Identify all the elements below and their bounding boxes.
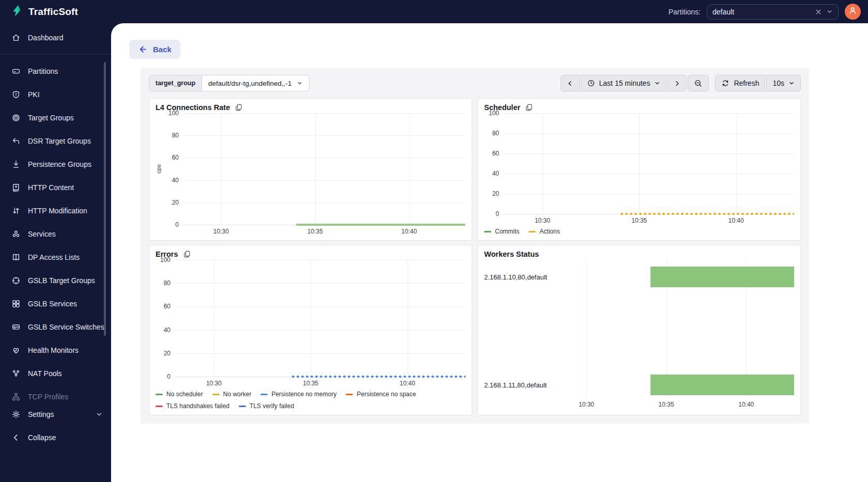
topbar: Partitions: default bbox=[111, 0, 868, 23]
plot: 10:3010:3510:40 bbox=[586, 260, 794, 398]
partitions-label: Partitions: bbox=[669, 8, 701, 16]
reply-arrow-icon bbox=[11, 136, 21, 146]
sidebar-collapse-label: Collapse bbox=[28, 433, 56, 442]
chart-title: L4 Connections Rate bbox=[156, 103, 230, 112]
y-tick-label: 80 bbox=[492, 130, 499, 137]
app-title: TrafficSoft bbox=[28, 6, 78, 18]
sidebar-item-label: GSLB Target Groups bbox=[28, 276, 95, 285]
copy-icon[interactable] bbox=[525, 103, 533, 112]
sidebar-collapse-button[interactable]: Collapse bbox=[0, 426, 111, 449]
legend-item-tls-handshakes-failed[interactable]: TLS handshakes failed bbox=[156, 401, 229, 412]
target-group-select[interactable]: default/dsr-tg,undefined,,-1 bbox=[202, 75, 309, 91]
y-tick-label: 80 bbox=[172, 132, 179, 139]
brand-logo[interactable]: TrafficSoft bbox=[0, 0, 111, 23]
legend-swatch bbox=[239, 406, 246, 408]
app-root: TrafficSoft Dashboard Partitions PKI bbox=[0, 0, 868, 482]
zoom-out-button[interactable] bbox=[688, 75, 709, 91]
plot-area: 2.168.1.10,80,default2.168.1.11,80,defau… bbox=[483, 260, 794, 398]
h-gridline bbox=[183, 158, 466, 158]
chevron-down-icon bbox=[788, 80, 795, 86]
legend-item-commits[interactable]: Commits bbox=[484, 226, 519, 237]
sidebar-item-settings[interactable]: Settings bbox=[0, 402, 111, 426]
partitions-select[interactable]: default bbox=[707, 4, 839, 20]
sidebar-item-services[interactable]: Services bbox=[0, 222, 111, 245]
legend-item-persistence-no-memory[interactable]: Persistence no memory bbox=[260, 389, 336, 400]
sidebar-item-label: TCP Profiles bbox=[28, 393, 68, 401]
y-tick-label: 80 bbox=[164, 279, 171, 287]
copy-icon[interactable] bbox=[235, 103, 243, 112]
sidebar-item-http-modification[interactable]: HTTP Modification bbox=[0, 199, 111, 222]
target-icon bbox=[11, 113, 21, 122]
y-tick-label: 20 bbox=[172, 199, 179, 206]
sidebar-item-label: Persistence Groups bbox=[28, 160, 91, 168]
copy-icon[interactable] bbox=[183, 250, 191, 258]
x-tick-label: 10:35 bbox=[303, 380, 318, 387]
legend-label: TLS handshakes failed bbox=[166, 401, 229, 412]
sidebar-item-gslb-services[interactable]: GSLB Services bbox=[0, 292, 111, 315]
chevron-down-icon[interactable] bbox=[826, 8, 833, 15]
h-gridline bbox=[183, 113, 466, 114]
time-shift-back-button[interactable] bbox=[561, 75, 580, 91]
refresh-interval-select[interactable]: 10s bbox=[766, 75, 801, 91]
legend-item-actions[interactable]: Actions bbox=[529, 226, 560, 237]
legend-swatch bbox=[346, 394, 353, 396]
h-gridline bbox=[183, 203, 466, 203]
y-tick-label: 60 bbox=[172, 154, 179, 161]
category-labels: 2.168.1.10,80,default2.168.1.11,80,defau… bbox=[483, 260, 586, 398]
sidebar-item-dp-access-lists[interactable]: DP Access Lists bbox=[0, 245, 111, 269]
refresh-label: Refresh bbox=[734, 79, 759, 87]
sidebar-item-persistence-groups[interactable]: Persistence Groups bbox=[0, 152, 111, 176]
time-range-group: Last 15 minutes bbox=[561, 75, 687, 91]
sidebar: TrafficSoft Dashboard Partitions PKI bbox=[0, 0, 111, 482]
h-gridline bbox=[504, 174, 794, 174]
refresh-group: Refresh 10s bbox=[715, 75, 801, 91]
back-button[interactable]: Back bbox=[129, 40, 180, 59]
legend-item-tls-verify-failed[interactable]: TLS verify failed bbox=[239, 401, 294, 412]
chevron-left-icon bbox=[567, 80, 574, 87]
time-shift-forward-button[interactable] bbox=[668, 75, 687, 91]
y-tick-label: 0 bbox=[167, 373, 171, 380]
sidebar-item-pki[interactable]: PKI bbox=[0, 83, 111, 106]
sidebar-item-dsr-target-groups[interactable]: DSR Target Groups bbox=[0, 129, 111, 152]
sidebar-item-tcp-profiles[interactable]: TCP Profiles bbox=[0, 385, 111, 402]
legend-item-no-worker[interactable]: No worker bbox=[212, 389, 252, 400]
open-book-icon bbox=[11, 253, 21, 262]
sidebar-item-label: Partitions bbox=[28, 67, 58, 75]
refresh-button[interactable]: Refresh bbox=[715, 75, 765, 91]
sidebar-item-label: HTTP Content bbox=[28, 183, 74, 192]
sidebar-item-gslb-target-groups[interactable]: GSLB Target Groups bbox=[0, 269, 111, 292]
legend-item-no-scheduler[interactable]: No scheduler bbox=[156, 389, 203, 400]
h-gridline bbox=[175, 260, 466, 260]
user-avatar[interactable] bbox=[845, 4, 861, 20]
time-range-picker[interactable]: Last 15 minutes bbox=[581, 75, 667, 91]
sidebar-item-nat-pools[interactable]: NAT Pools bbox=[0, 362, 111, 385]
sidebar-item-gslb-service-switches[interactable]: GSLB Service Switches bbox=[0, 315, 111, 338]
series-persistence-no-memory bbox=[291, 375, 466, 378]
h-gridline bbox=[175, 330, 466, 331]
panel-header: L4 Connections Rate bbox=[156, 103, 466, 112]
sidebar-item-dashboard[interactable]: Dashboard bbox=[0, 26, 111, 49]
sidebar-item-label: PKI bbox=[28, 90, 40, 99]
clear-icon[interactable] bbox=[815, 8, 822, 15]
legend-label: No worker bbox=[223, 389, 252, 400]
h-gridline bbox=[504, 113, 794, 114]
sidebar-item-health-monitors[interactable]: Health Monitors bbox=[0, 338, 111, 362]
legend-item-persistence-no-space[interactable]: Persistence no space bbox=[346, 389, 416, 400]
h-gridline bbox=[175, 306, 466, 307]
legend-label: Persistence no space bbox=[357, 389, 416, 400]
sidebar-item-target-groups[interactable]: Target Groups bbox=[0, 106, 111, 129]
h-gridline bbox=[175, 283, 466, 284]
y-tick-label: 20 bbox=[164, 350, 171, 357]
legend-swatch bbox=[156, 394, 163, 396]
sidebar-item-partitions[interactable]: Partitions bbox=[0, 59, 111, 83]
v-gridline bbox=[315, 113, 316, 225]
logo-icon bbox=[10, 4, 24, 20]
sidebar-scrollbar[interactable] bbox=[104, 62, 106, 336]
sidebar-item-label: Dashboard bbox=[28, 34, 64, 42]
gear-icon bbox=[11, 410, 21, 419]
legend-swatch bbox=[484, 231, 491, 233]
sidebar-item-http-content[interactable]: HTTP Content bbox=[0, 176, 111, 199]
filter-value: default/dsr-tg,undefined,,-1 bbox=[208, 80, 291, 87]
y-tick-label: 0 bbox=[175, 221, 179, 228]
panel-workers-status: Workers Status 2.168.1.10,80,default2.16… bbox=[477, 245, 801, 415]
